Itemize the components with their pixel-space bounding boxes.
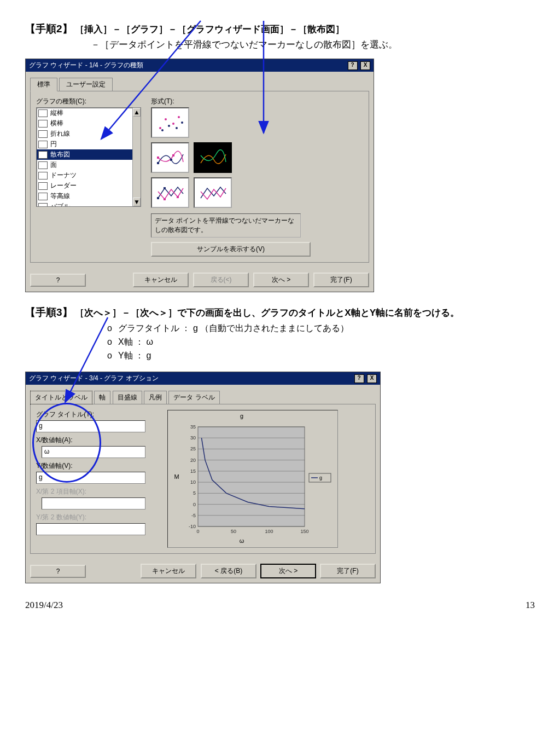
tab-standard[interactable]: 標準 — [30, 78, 57, 91]
dialog-buttons: ? キャンセル < 戻る(B) 次へ > 完了(F) — [26, 559, 380, 583]
x2-axis-input — [42, 497, 145, 509]
subtype-thumb[interactable] — [151, 177, 189, 208]
chart-wizard-3-dialog: グラフ ウィザード - 3/4 - グラフ オプション ? X タイトルとラベル… — [25, 372, 381, 583]
label-chart-title: グラフ タイトル(T): — [36, 410, 162, 419]
svg-text:0: 0 — [196, 529, 199, 534]
radar-icon — [38, 182, 48, 190]
label-y2-axis: Y/第 2 数値軸(Y): — [36, 513, 162, 522]
x-axis-input[interactable]: ω — [42, 446, 145, 458]
svg-text:30: 30 — [190, 435, 196, 441]
back-button: 戻る(<) — [193, 273, 249, 287]
cancel-button[interactable]: キャンセル — [141, 564, 196, 578]
help-icon[interactable]: ? — [348, 61, 358, 70]
subtype-thumb[interactable] — [151, 142, 189, 173]
svg-point-6 — [178, 116, 180, 118]
svg-text:25: 25 — [190, 446, 196, 451]
chart-type-listbox[interactable]: 縦棒 横棒 折れ線 円 散布図 面 ドーナツ レーダー 等高線 バブル ▲▼ — [36, 107, 141, 207]
next-button[interactable]: 次へ > — [261, 564, 316, 578]
hbar-icon — [38, 120, 48, 128]
svg-text:0: 0 — [193, 502, 196, 507]
svg-rect-13 — [157, 157, 159, 159]
y-axis-input[interactable]: g — [36, 472, 145, 484]
chart-preview: -10-505101520253035050100150gωMg — [167, 410, 338, 548]
subtype-grid — [151, 107, 311, 208]
chart-title-input[interactable]: g — [36, 420, 145, 432]
svg-text:-10: -10 — [189, 524, 196, 529]
subtype-description: データ ポイントを平滑線でつないだマーカーなしの散布図です。 — [151, 213, 301, 238]
tabs: 標準 ユーザー設定 — [30, 77, 369, 91]
svg-text:50: 50 — [231, 529, 236, 534]
svg-text:g: g — [319, 475, 322, 480]
cancel-button[interactable]: キャンセル — [133, 273, 189, 287]
list-item-selected: 散布図 — [37, 149, 141, 160]
scrollbar[interactable]: ▲▼ — [132, 108, 141, 206]
footer-page: 13 — [526, 600, 535, 611]
list-item: バブル — [37, 201, 141, 207]
close-icon[interactable]: X — [367, 374, 377, 383]
titlebar-buttons: ? X — [353, 374, 377, 383]
sample-button[interactable]: サンプルを表示する(V) — [151, 242, 311, 257]
subtype-thumb-selected[interactable] — [194, 142, 232, 173]
tab-user[interactable]: ユーザー設定 — [59, 78, 113, 91]
finish-button[interactable]: 完了(F) — [313, 273, 369, 287]
svg-point-4 — [165, 118, 167, 120]
footer-date: 2019/4/23 — [25, 600, 63, 611]
label-x-axis: X/数値軸(A): — [36, 436, 162, 445]
step3-label: 【手順3】 — [25, 306, 73, 318]
svg-text:g: g — [240, 413, 243, 419]
help-button[interactable]: ? — [30, 565, 86, 578]
donut-icon — [38, 172, 48, 179]
step2-line1: ［挿入］－［グラフ］－［グラフウィザード画面］－［散布図］ — [75, 24, 345, 34]
subtype-thumb[interactable] — [151, 107, 189, 138]
y2-axis-input — [36, 523, 145, 535]
back-button[interactable]: < 戻る(B) — [201, 564, 256, 578]
help-icon[interactable]: ? — [354, 374, 364, 383]
list-item: 縦棒 — [37, 108, 141, 118]
label-y-axis: Y/数値軸(V): — [36, 461, 162, 471]
svg-text:-5: -5 — [191, 513, 196, 518]
pie-icon — [38, 141, 48, 148]
close-icon[interactable]: X — [360, 61, 370, 70]
svg-text:M: M — [174, 473, 179, 480]
svg-rect-12 — [170, 159, 172, 161]
chart-wizard-1-dialog: グラフ ウィザード - 1/4 - グラフの種類 ? X 標準 ユーザー設定 グ… — [25, 59, 374, 292]
dialog-buttons: ? キャンセル 戻る(<) 次へ > 完了(F) — [26, 268, 374, 292]
finish-button[interactable]: 完了(F) — [320, 564, 376, 578]
svg-text:20: 20 — [190, 458, 196, 463]
list-item: 横棒 — [37, 118, 141, 129]
chart-svg: -10-505101520253035050100150gωMg — [168, 410, 337, 547]
tab-axes[interactable]: 軸 — [94, 391, 110, 404]
svg-point-3 — [159, 127, 161, 129]
svg-point-9 — [176, 127, 178, 129]
step2-label: 【手順2】 — [25, 23, 73, 34]
label-subtype: 形式(T): — [151, 97, 311, 106]
dialog-titlebar: グラフ ウィザード - 1/4 - グラフの種類 ? X — [26, 59, 374, 72]
list-item: 折れ線 — [37, 129, 141, 139]
tab-datalabels[interactable]: データ ラベル — [168, 391, 219, 404]
step2-heading: 【手順2】 ［挿入］－［グラフ］－［グラフウィザード画面］－［散布図］ — [25, 22, 535, 36]
titlebar-buttons: ? X — [347, 61, 370, 70]
help-button[interactable]: ? — [30, 274, 86, 287]
label-x2-axis: X/第 2 項目軸(X): — [36, 487, 162, 496]
dialog-titlebar: グラフ ウィザード - 3/4 - グラフ オプション ? X — [26, 372, 380, 385]
subtype-thumb[interactable] — [194, 177, 232, 208]
svg-text:150: 150 — [300, 529, 308, 534]
dialog-title: グラフ ウィザード - 3/4 - グラフ オプション — [29, 374, 159, 383]
bubble-icon — [38, 203, 48, 207]
tab-titles[interactable]: タイトルとラベル — [30, 391, 92, 404]
list-item: レーダー — [37, 181, 141, 191]
label-chart-type: グラフの種類(C): — [36, 97, 141, 106]
next-button[interactable]: 次へ > — [253, 273, 309, 287]
bar-icon — [38, 109, 48, 117]
step3-bullets: oグラフタイトル ： g （自動で出力されたままにしてある） oX軸 ： ω o… — [25, 323, 535, 362]
tab-gridlines[interactable]: 目盛線 — [113, 391, 142, 404]
step3-heading: 【手順3】 ［次へ＞］－［次へ＞］で下の画面を出し、グラフのタイトルとX軸とY軸… — [25, 305, 535, 320]
tab-legend[interactable]: 凡例 — [144, 391, 167, 404]
step3-line1: ［次へ＞］－［次へ＞］で下の画面を出し、グラフのタイトルとX軸とY軸に名前をつけ… — [75, 308, 459, 318]
list-item: 円 — [37, 139, 141, 149]
svg-text:ω: ω — [240, 537, 244, 544]
dialog-title: グラフ ウィザード - 1/4 - グラフの種類 — [29, 61, 143, 70]
svg-point-8 — [168, 125, 170, 127]
svg-rect-16 — [164, 187, 166, 189]
list-item: ドーナツ — [37, 170, 141, 181]
